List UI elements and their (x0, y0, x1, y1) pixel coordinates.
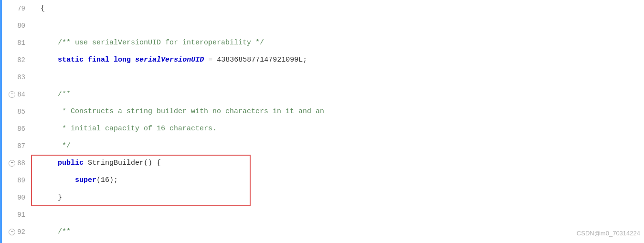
code-line-87: */ (41, 137, 644, 155)
line-number-92: −92 (6, 223, 25, 241)
line-numbers: 7980818283−84858687−88899091−9293 (0, 0, 31, 243)
line-number-84: −84 (6, 86, 25, 103)
code-segment: { (41, 0, 45, 17)
left-bar (0, 0, 2, 243)
code-segment (84, 52, 88, 69)
code-segment (41, 155, 58, 172)
code-line-83 (41, 69, 644, 86)
line-number-79: 79 (6, 0, 25, 17)
code-segment (41, 52, 58, 69)
code-segment: } (41, 189, 62, 206)
line-number-83: 83 (6, 69, 25, 86)
code-segment: /** (41, 86, 71, 103)
code-segment: long (114, 52, 131, 69)
code-segment: /** (41, 223, 71, 241)
code-segment (131, 52, 135, 69)
code-line-85: * Constructs a string builder with no ch… (41, 103, 644, 120)
code-line-79: { (41, 0, 644, 17)
line-number-86: 86 (6, 120, 25, 137)
code-line-86: * initial capacity of 16 characters. (41, 120, 644, 137)
code-line-90: } (41, 189, 644, 206)
code-segment: serialVersionUID (135, 52, 204, 69)
line-number-88: −88 (6, 155, 25, 172)
code-line-92: /** (41, 223, 644, 241)
code-line-93: * Constructs a string builder with no ch… (41, 241, 644, 243)
code-content: { /** use serialVersionUID for interoper… (31, 0, 644, 243)
line-number-93: 93 (6, 241, 25, 243)
code-segment: public (58, 155, 84, 172)
watermark: CSDN@m0_70314224 (577, 225, 640, 242)
code-line-84: /** (41, 86, 644, 103)
code-segment: * Constructs a string builder with no ch… (41, 241, 324, 243)
code-segment: /** use serialVersionUID for interoperab… (41, 34, 264, 52)
code-segment: (16); (96, 172, 118, 189)
code-segment: super (75, 172, 96, 189)
code-segment: final (88, 52, 109, 69)
collapse-icon-88[interactable]: − (9, 160, 15, 167)
line-number-82: 82 (6, 52, 25, 69)
code-segment: */ (41, 137, 71, 155)
code-line-91 (41, 206, 644, 223)
code-line-89: super(16); (41, 172, 644, 189)
code-segment: = 4383685877147921099L; (204, 52, 307, 69)
code-editor: 7980818283−84858687−88899091−9293 { /** … (0, 0, 644, 243)
collapse-icon-92[interactable]: − (9, 229, 15, 235)
code-segment: static (58, 52, 84, 69)
line-number-89: 89 (6, 172, 25, 189)
line-number-90: 90 (6, 189, 25, 206)
line-number-80: 80 (6, 17, 25, 34)
line-number-85: 85 (6, 103, 25, 120)
code-segment (41, 172, 75, 189)
code-line-82: static final long serialVersionUID = 438… (41, 52, 644, 69)
code-line-88: public StringBuilder() { (41, 155, 644, 172)
line-number-81: 81 (6, 34, 25, 52)
code-segment: StringBuilder() { (84, 155, 161, 172)
code-segment: * Constructs a string builder with no ch… (41, 103, 324, 120)
code-segment: * initial capacity of 16 characters. (41, 120, 217, 137)
line-number-87: 87 (6, 137, 25, 155)
code-line-80 (41, 17, 644, 34)
code-segment (109, 52, 114, 69)
code-line-81: /** use serialVersionUID for interoperab… (41, 34, 644, 52)
collapse-icon-84[interactable]: − (9, 91, 15, 98)
line-number-91: 91 (6, 206, 25, 223)
